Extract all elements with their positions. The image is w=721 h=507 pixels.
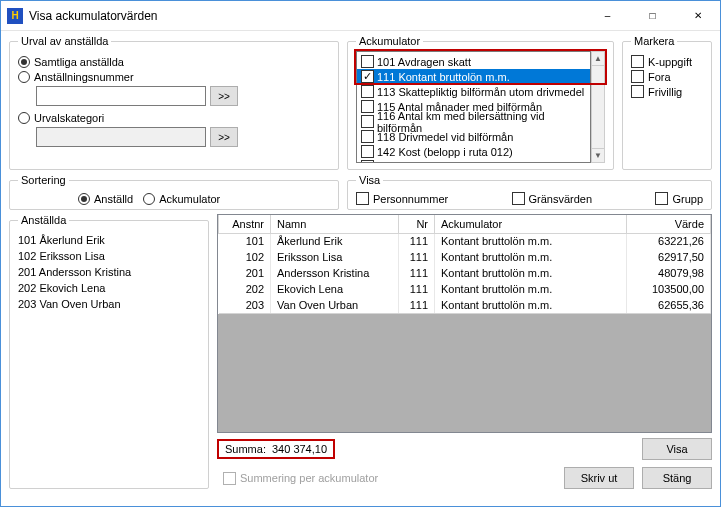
checkbox-icon: [361, 115, 374, 128]
close-button[interactable]: ✕: [675, 1, 720, 31]
table-row[interactable]: 102Eriksson Lisa111Kontant bruttolön m.m…: [219, 249, 711, 265]
titlebar: H Visa ackumulatorvärden – □ ✕: [1, 1, 720, 31]
cell-ack: Kontant bruttolön m.m.: [435, 297, 627, 313]
cell-nr: 111: [399, 281, 435, 297]
radio-label: Ackumulator: [159, 193, 220, 205]
radio-icon: [18, 56, 30, 68]
radio-samtliga[interactable]: Samtliga anställda: [18, 56, 330, 68]
ackumulator-item[interactable]: 145 Parkering (belopp i ruta 012): [357, 159, 590, 163]
scroll-down-icon[interactable]: ▼: [592, 148, 604, 162]
table-row[interactable]: 101Åkerlund Erik111Kontant bruttolön m.m…: [219, 233, 711, 249]
cell-anstnr: 102: [219, 249, 271, 265]
checkbox-icon: [361, 100, 374, 113]
radio-label: Anställd: [94, 193, 133, 205]
anstallningsnummer-input[interactable]: [36, 86, 206, 106]
cell-ack: Kontant bruttolön m.m.: [435, 281, 627, 297]
radio-urvalskategori[interactable]: Urvalskategori: [18, 112, 330, 124]
cell-anstnr: 101: [219, 233, 271, 249]
radio-label: Anställningsnummer: [34, 71, 134, 83]
anstallda-item[interactable]: 101 Åkerlund Erik: [18, 232, 200, 248]
markera-legend: Markera: [631, 35, 677, 47]
col-varde[interactable]: Värde: [627, 215, 711, 233]
ackumulator-item[interactable]: 111 Kontant bruttolön m.m.: [357, 69, 590, 84]
cell-nr: 111: [399, 233, 435, 249]
chk-label: Frivillig: [648, 86, 682, 98]
scrollbar[interactable]: ▲ ▼: [591, 51, 605, 163]
checkbox-icon: [655, 192, 668, 205]
anstallda-legend: Anställda: [18, 214, 69, 226]
chk-label: Summering per ackumulator: [240, 472, 378, 484]
chk-grupp[interactable]: Grupp: [655, 192, 703, 205]
checkbox-icon: [631, 55, 644, 68]
anstallda-item[interactable]: 203 Van Oven Urban: [18, 296, 200, 312]
chk-fora[interactable]: Fora: [631, 70, 703, 83]
chk-frivillig[interactable]: Frivillig: [631, 85, 703, 98]
ackumulator-fieldset: Ackumulator 101 Avdragen skatt111 Kontan…: [347, 35, 614, 170]
ackumulator-item-label: 118 Drivmedel vid bilförmån: [377, 131, 513, 143]
urval-legend: Urval av anställda: [18, 35, 111, 47]
checkbox-icon: [361, 55, 374, 68]
anstallda-item[interactable]: 202 Ekovich Lena: [18, 280, 200, 296]
cell-ack: Kontant bruttolön m.m.: [435, 233, 627, 249]
radio-icon: [18, 112, 30, 124]
chk-gransvarden[interactable]: Gränsvärden: [512, 192, 593, 205]
ackumulator-item-label: 145 Parkering (belopp i ruta 012): [377, 161, 538, 164]
skriv-ut-button[interactable]: Skriv ut: [564, 467, 634, 489]
cell-anstnr: 202: [219, 281, 271, 297]
col-nr[interactable]: Nr: [399, 215, 435, 233]
cell-namn: Van Oven Urban: [271, 297, 399, 313]
scroll-up-icon[interactable]: ▲: [592, 52, 604, 66]
ackumulator-item-label: 142 Kost (belopp i ruta 012): [377, 146, 513, 158]
anstallda-fieldset: Anställda 101 Åkerlund Erik102 Eriksson …: [9, 214, 209, 489]
table-row[interactable]: 203Van Oven Urban111Kontant bruttolön m.…: [219, 297, 711, 313]
anstallda-item[interactable]: 102 Eriksson Lisa: [18, 248, 200, 264]
ackumulator-list[interactable]: 101 Avdragen skatt111 Kontant bruttolön …: [356, 51, 591, 163]
anstallda-list[interactable]: 101 Åkerlund Erik102 Eriksson Lisa201 An…: [18, 232, 200, 312]
anstallningsnummer-browse-button[interactable]: >>: [210, 86, 238, 106]
col-anstnr[interactable]: Anstnr: [219, 215, 271, 233]
radio-anstallningsnummer[interactable]: Anställningsnummer: [18, 71, 330, 83]
summa-box: Summa: 340 374,10: [217, 439, 335, 459]
col-namn[interactable]: Namn: [271, 215, 399, 233]
sortering-legend: Sortering: [18, 174, 69, 186]
cell-varde: 63221,26: [627, 233, 711, 249]
cell-namn: Åkerlund Erik: [271, 233, 399, 249]
cell-anstnr: 203: [219, 297, 271, 313]
checkbox-icon: [361, 70, 374, 83]
stang-button[interactable]: Stäng: [642, 467, 712, 489]
markera-fieldset: Markera K-uppgift Fora Frivillig: [622, 35, 712, 170]
col-ackumulator[interactable]: Ackumulator: [435, 215, 627, 233]
table-row[interactable]: 201Andersson Kristina111Kontant bruttolö…: [219, 265, 711, 281]
chk-label: Grupp: [672, 193, 703, 205]
radio-sort-anstalld[interactable]: Anställd: [78, 193, 133, 205]
ackumulator-item-label: 101 Avdragen skatt: [377, 56, 471, 68]
chk-personnummer[interactable]: Personnummer: [356, 192, 448, 205]
ackumulator-item[interactable]: 116 Antal km med bilersättning vid bilfö…: [357, 114, 590, 129]
chk-label: Personnummer: [373, 193, 448, 205]
ackumulator-item[interactable]: 113 Skattepliktig bilförmån utom drivmed…: [357, 84, 590, 99]
urvalskategori-input: [36, 127, 206, 147]
urvalskategori-browse-button[interactable]: >>: [210, 127, 238, 147]
checkbox-icon: [223, 472, 236, 485]
maximize-button[interactable]: □: [630, 1, 675, 31]
ackumulator-item-label: 111 Kontant bruttolön m.m.: [377, 71, 510, 83]
table-row[interactable]: 202Ekovich Lena111Kontant bruttolön m.m.…: [219, 281, 711, 297]
ackumulator-item[interactable]: 101 Avdragen skatt: [357, 54, 590, 69]
anstallda-item[interactable]: 201 Andersson Kristina: [18, 264, 200, 280]
radio-label: Urvalskategori: [34, 112, 104, 124]
visa-button[interactable]: Visa: [642, 438, 712, 460]
checkbox-icon: [361, 145, 374, 158]
result-grid[interactable]: Anstnr Namn Nr Ackumulator Värde 101Åker…: [217, 214, 712, 433]
visa-fieldset: Visa Personnummer Gränsvärden Grupp: [347, 174, 712, 210]
minimize-button[interactable]: –: [585, 1, 630, 31]
chk-kuppgift[interactable]: K-uppgift: [631, 55, 703, 68]
ackumulator-item-label: 113 Skattepliktig bilförmån utom drivmed…: [377, 86, 584, 98]
ackumulator-item[interactable]: 142 Kost (belopp i ruta 012): [357, 144, 590, 159]
radio-icon: [143, 193, 155, 205]
chk-label: Gränsvärden: [529, 193, 593, 205]
radio-label: Samtliga anställda: [34, 56, 124, 68]
radio-icon: [18, 71, 30, 83]
cell-varde: 62655,36: [627, 297, 711, 313]
radio-sort-ackumulator[interactable]: Ackumulator: [143, 193, 220, 205]
cell-varde: 103500,00: [627, 281, 711, 297]
